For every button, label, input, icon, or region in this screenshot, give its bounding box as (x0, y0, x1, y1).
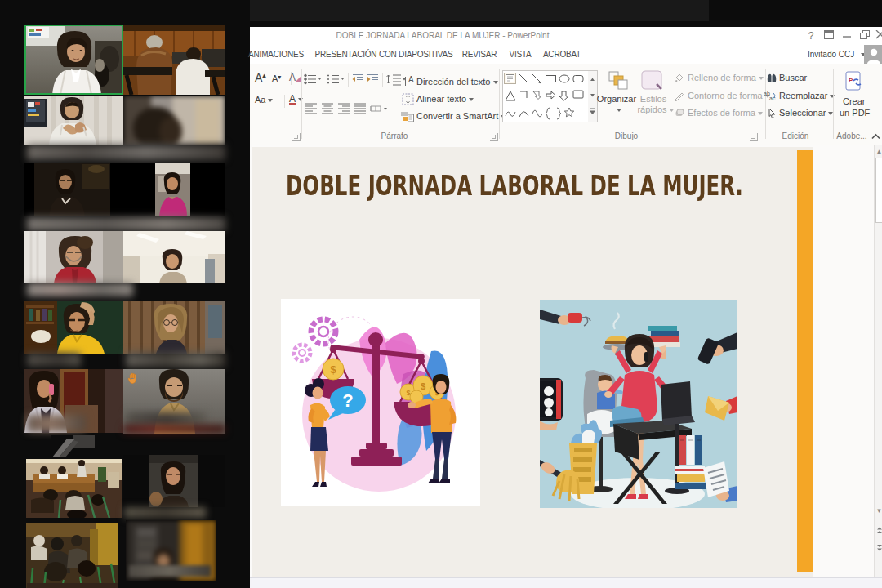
account-name[interactable]: Invitado CCJ (808, 45, 854, 64)
align-text-label: Alinear texto (416, 94, 466, 104)
find-label: Buscar (779, 73, 807, 82)
ribbon-tabs: ANIMACIONES PRESENTACIÓN CON DIAPOSITIVA… (250, 45, 882, 64)
title-bar[interactable]: DOBLE JORNADA LABORAL DE LA MUJER - Powe… (250, 27, 882, 45)
close-icon[interactable] (873, 29, 882, 43)
tab-presentacion-con-diapositivas[interactable]: PRESENTACIÓN CON DIAPOSITIVAS (315, 45, 453, 64)
create-pdf-icon: P (842, 70, 866, 95)
smartart-icon[interactable] (400, 110, 414, 122)
svg-text:?: ? (342, 390, 353, 411)
shape-effects-icon (674, 108, 684, 118)
video-tile-16[interactable] (26, 523, 118, 588)
video-tile-9[interactable] (24, 301, 123, 354)
numbering-button[interactable] (327, 74, 345, 85)
tab-animaciones[interactable]: ANIMACIONES (248, 45, 304, 64)
organize-caret (614, 105, 621, 114)
blurred-name-label (27, 415, 86, 432)
video-tile-7[interactable] (24, 231, 123, 283)
status-strip (250, 577, 882, 588)
tab-revisar[interactable]: REVISAR (462, 45, 497, 64)
shrink-font-button[interactable]: A▾ (272, 74, 281, 83)
raised-hand-icon (127, 372, 139, 385)
bullets-button[interactable] (304, 74, 322, 85)
shape-outline-icon (674, 91, 684, 101)
next-slide-icon[interactable] (875, 544, 882, 554)
ribbon: A▴ A▾ A◢ Aa A A Dirección del texto Alin… (250, 64, 882, 145)
create-pdf-label-1: Crear (843, 96, 866, 106)
video-tile-4[interactable] (123, 96, 225, 145)
paragraph-dialog-launcher-icon[interactable] (490, 133, 498, 141)
clear-formatting-button[interactable]: A◢ (289, 72, 301, 83)
previous-slide-icon[interactable] (875, 526, 882, 536)
scroll-down-icon[interactable]: ▼ (875, 507, 882, 514)
font-dialog-launcher-icon[interactable] (292, 133, 301, 141)
blurred-name-label (129, 565, 211, 577)
restore-icon[interactable] (858, 29, 872, 43)
vertical-scrollbar[interactable]: ▲ ▼ (874, 145, 882, 588)
video-tile-10[interactable] (123, 301, 225, 354)
drawing-dialog-launcher-icon[interactable] (750, 133, 758, 141)
powerpoint-window: DOBLE JORNADA LABORAL DE LA MUJER - Powe… (250, 27, 882, 588)
quick-styles-label-1: Estilos (640, 94, 666, 104)
quick-styles-label-2: rápidos (637, 105, 674, 114)
minimize-icon[interactable] (840, 29, 854, 43)
alignment-buttons[interactable] (305, 102, 395, 115)
slide-accent-bar (797, 150, 813, 572)
slide-title[interactable]: DOBLE JORNADA LABORAL DE LA MUJER. (286, 169, 743, 202)
blurred-name-label (27, 217, 225, 231)
video-tile-1-active-speaker[interactable] (24, 24, 123, 95)
slide-image-balance-scale[interactable]: $$$$ (281, 299, 480, 506)
increase-indent-button[interactable] (367, 74, 379, 85)
text-direction-button[interactable]: Dirección del texto (416, 77, 498, 87)
grow-font-button[interactable]: A▴ (255, 71, 266, 84)
align-text-icon[interactable] (402, 93, 414, 105)
slide-image-multitasking-woman[interactable] (540, 300, 737, 508)
decrease-indent-button[interactable] (352, 74, 364, 85)
align-text-button[interactable]: Alinear texto (416, 94, 474, 104)
editing-group-label: Edición (782, 131, 809, 140)
tab-acrobat[interactable]: ACROBAT (543, 45, 581, 64)
video-tile-2[interactable] (123, 24, 225, 95)
tab-vista[interactable]: VISTA (509, 45, 531, 64)
video-tile-18-partial[interactable] (27, 583, 118, 588)
select-button[interactable]: Seleccionar (779, 108, 833, 118)
video-tile-14[interactable] (26, 459, 122, 518)
video-tile-15[interactable] (123, 455, 225, 507)
blurred-name-label (126, 352, 225, 368)
quick-styles-button[interactable]: Estilos (640, 94, 666, 104)
shape-gallery[interactable] (502, 70, 589, 122)
find-icon (766, 73, 777, 83)
slide-canvas[interactable]: DOBLE JORNADA LABORAL DE LA MUJER. (252, 147, 813, 577)
blurred-strip (123, 425, 225, 433)
shape-effects-button[interactable]: Efectos de forma (688, 108, 763, 118)
blurred-name-label (27, 283, 133, 296)
find-button[interactable]: Buscar (779, 73, 807, 82)
scrollbar-thumb[interactable] (875, 158, 882, 223)
organize-label: Organizar (597, 94, 636, 104)
avatar[interactable] (864, 45, 882, 65)
video-tile-6[interactable] (123, 163, 225, 216)
select-icon (768, 108, 777, 118)
ribbon-display-options-icon[interactable] (822, 29, 836, 43)
video-tile-5[interactable] (24, 163, 123, 216)
replace-label: Reemplazar (779, 91, 827, 100)
organize-button[interactable]: Organizar (597, 94, 636, 104)
video-tile-8[interactable] (123, 231, 225, 283)
video-tile-17[interactable] (126, 520, 216, 581)
replace-button[interactable]: Reemplazar (779, 91, 835, 100)
svg-text:$: $ (406, 389, 410, 397)
shape-fill-button[interactable]: Relleno de forma (688, 73, 764, 82)
text-direction-icon[interactable]: A (402, 75, 414, 87)
video-tile-13[interactable] (51, 435, 95, 457)
create-pdf-button[interactable]: Crear (843, 96, 866, 106)
help-icon[interactable]: ? (804, 29, 818, 43)
quick-styles-icon (640, 69, 665, 92)
video-gallery-panel (0, 0, 250, 588)
video-tile-3[interactable] (24, 96, 123, 145)
scroll-up-icon[interactable]: ▲ (875, 148, 882, 155)
smartart-button[interactable]: Convertir a SmartArt (416, 111, 506, 121)
change-case-button[interactable]: Aa (255, 95, 273, 105)
screen: DOBLE JORNADA LABORAL DE LA MUJER - Powe… (0, 0, 882, 588)
shape-fill-label: Relleno de forma (688, 73, 756, 82)
shape-outline-button[interactable]: Contorno de forma (688, 91, 770, 100)
collapse-ribbon-icon[interactable] (871, 131, 880, 141)
